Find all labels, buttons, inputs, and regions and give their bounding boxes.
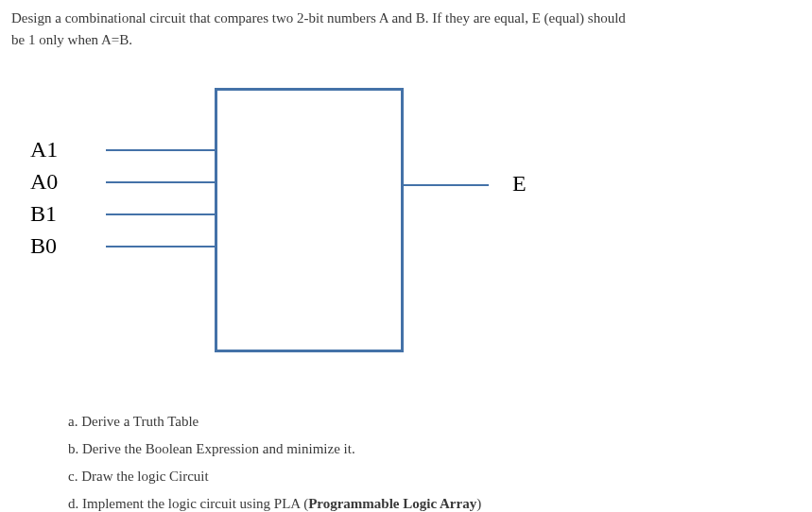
input-label-b1: B1: [30, 201, 57, 227]
wire-b1: [106, 213, 215, 215]
subq-d-prefix: d. Implement the logic circuit using PLA…: [68, 496, 308, 511]
subq-b: b. Derive the Boolean Expression and min…: [68, 436, 801, 462]
question-text: Design a combinational circuit that comp…: [11, 8, 801, 50]
circuit-box: [215, 88, 404, 352]
input-label-a1: A1: [30, 137, 58, 162]
subq-c: c. Draw the logic Circuit: [68, 464, 801, 489]
wire-a1: [106, 149, 215, 151]
subq-a: a. Derive a Truth Table: [68, 409, 801, 435]
circuit-diagram: A1 A0 B1 B0 E: [30, 88, 801, 381]
wire-a0: [106, 181, 215, 183]
sub-questions: a. Derive a Truth Table b. Derive the Bo…: [68, 409, 801, 512]
wire-output: [404, 184, 489, 186]
question-line1: Design a combinational circuit that comp…: [11, 10, 626, 26]
question-line2: be 1 only when A=B.: [11, 32, 132, 47]
input-label-a0: A0: [30, 169, 58, 195]
subq-d-bold: Programmable Logic Array: [308, 496, 476, 511]
output-label-e: E: [512, 171, 527, 196]
subq-d-suffix: ): [476, 496, 481, 511]
wire-b0: [106, 246, 215, 247]
subq-d: d. Implement the logic circuit using PLA…: [68, 491, 801, 512]
input-label-b0: B0: [30, 233, 57, 259]
